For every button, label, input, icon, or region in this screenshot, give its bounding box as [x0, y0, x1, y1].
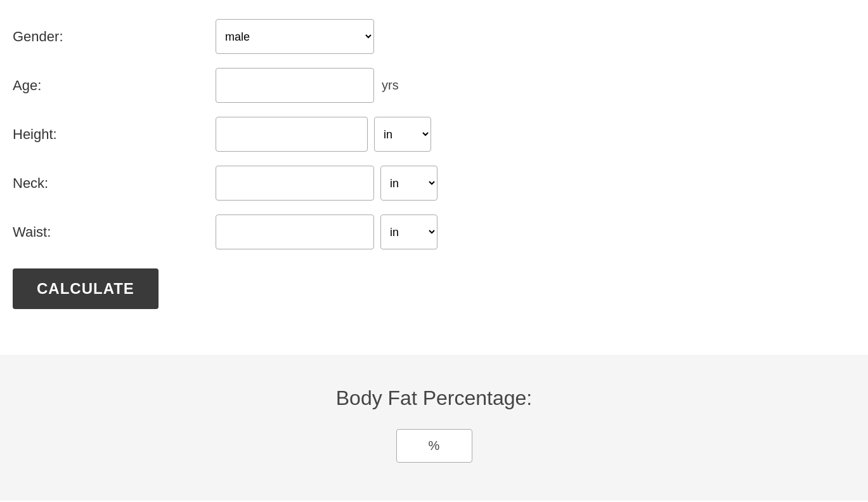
- gender-select[interactable]: male female: [216, 19, 374, 54]
- gender-row: Gender: male female: [13, 19, 855, 54]
- result-section: Body Fat Percentage: %: [0, 355, 868, 501]
- height-row: Height: in cm: [13, 117, 855, 152]
- neck-row: Neck: in cm: [13, 166, 855, 201]
- age-input[interactable]: [216, 68, 374, 103]
- neck-unit-select[interactable]: in cm: [380, 166, 437, 201]
- age-unit-label: yrs: [382, 78, 399, 93]
- waist-row: Waist: in cm: [13, 215, 855, 249]
- age-row: Age: yrs: [13, 68, 855, 103]
- waist-unit-select[interactable]: in cm: [380, 215, 437, 249]
- neck-label: Neck:: [13, 175, 216, 192]
- height-input[interactable]: [216, 117, 368, 152]
- calculator-form: Gender: male female Age: yrs Height: in …: [0, 0, 868, 342]
- age-label: Age:: [13, 77, 216, 94]
- calculate-button[interactable]: CALCULATE: [13, 268, 159, 309]
- height-unit-select[interactable]: in cm: [374, 117, 431, 152]
- neck-input[interactable]: [216, 166, 374, 201]
- calculate-row: CALCULATE: [13, 263, 855, 309]
- gender-label: Gender:: [13, 29, 216, 45]
- waist-input[interactable]: [216, 215, 374, 249]
- waist-label: Waist:: [13, 224, 216, 241]
- result-title: Body Fat Percentage:: [13, 386, 855, 410]
- height-label: Height:: [13, 126, 216, 143]
- result-value: %: [396, 429, 472, 463]
